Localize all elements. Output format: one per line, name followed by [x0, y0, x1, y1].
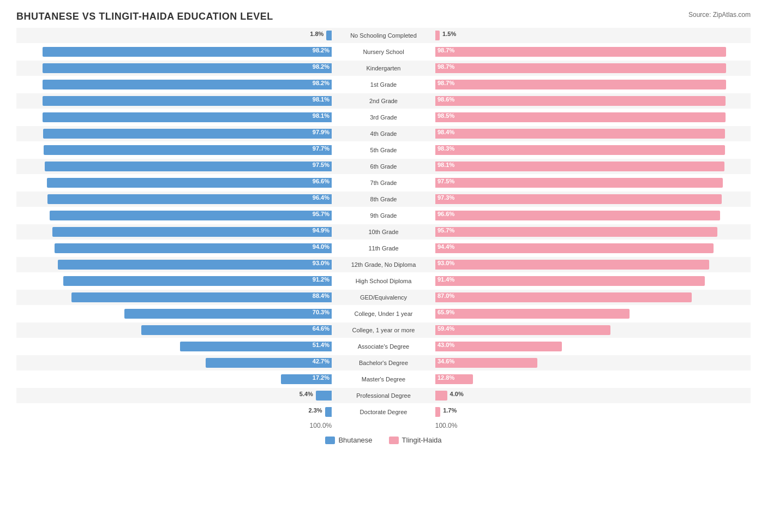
bar-value-right: 43.0% [438, 342, 454, 348]
bar-label: 3rd Grade [332, 114, 435, 121]
legend-item-blue: Bhutanese [325, 436, 372, 444]
bar-value-left: 98.2% [313, 63, 329, 70]
right-bar-section: 98.7% [435, 77, 751, 92]
right-bar-section: 98.4% [435, 126, 751, 141]
bar-value-right: 12.8% [438, 374, 454, 381]
table-row: 98.1%2nd Grade98.6% [16, 93, 751, 109]
right-bar-section: 65.9% [435, 306, 751, 321]
bar-value-left: 1.8% [310, 31, 323, 37]
bar-value-left: 98.1% [313, 112, 329, 119]
bar-value-left: 94.0% [313, 243, 329, 250]
bar-label: 7th Grade [332, 180, 435, 186]
axis-left: 100.0% [16, 422, 332, 429]
legend-box-pink [389, 437, 399, 444]
left-bar-section: 98.2% [16, 77, 332, 92]
table-row: 97.5%6th Grade98.1% [16, 159, 751, 174]
bar-value-left: 96.4% [313, 194, 329, 201]
bar-label: 5th Grade [332, 147, 435, 153]
left-bar-section: 95.7% [16, 208, 332, 223]
bar-value-left: 42.7% [313, 358, 329, 364]
right-bar-section: 91.4% [435, 273, 751, 289]
table-row: 96.6%7th Grade97.5% [16, 175, 751, 190]
left-bar-section: 2.3% [16, 404, 332, 420]
bar-value-right: 34.6% [438, 358, 454, 364]
table-row: 88.4%GED/Equivalency87.0% [16, 290, 751, 305]
right-bar-section: 93.0% [435, 257, 751, 272]
bar-value-left: 64.6% [313, 325, 329, 332]
bar-label: Doctorate Degree [332, 409, 435, 415]
bar-value-left: 97.5% [313, 162, 329, 168]
left-bar-section: 98.2% [16, 44, 332, 59]
bar-label: Associate's Degree [332, 343, 435, 350]
bar-label: 2nd Grade [332, 98, 435, 104]
bar-value-right: 98.6% [438, 96, 454, 103]
bar-value-right: 97.5% [438, 178, 454, 184]
bar-value-left: 51.4% [313, 342, 329, 348]
bar-value-right: 59.4% [438, 325, 454, 332]
table-row: 97.9%4th Grade98.4% [16, 126, 751, 141]
left-bar-section: 98.2% [16, 61, 332, 76]
axis-right: 100.0% [435, 422, 751, 429]
right-bar-section: 1.7% [435, 404, 751, 420]
left-bar-section: 98.1% [16, 110, 332, 125]
left-bar-section: 97.7% [16, 142, 332, 158]
bar-value-right: 93.0% [438, 260, 454, 266]
left-bar-section: 70.3% [16, 306, 332, 321]
bar-label: No Schooling Completed [332, 32, 435, 39]
bar-value-left: 88.4% [313, 292, 329, 299]
bar-value-right: 98.4% [438, 129, 454, 135]
right-bar-section: 4.0% [435, 388, 751, 403]
bar-label: Kindergarten [332, 65, 435, 71]
bar-value-right: 98.7% [438, 80, 454, 86]
bar-label: 6th Grade [332, 163, 435, 170]
bar-value-left: 97.9% [313, 129, 329, 135]
chart-title: BHUTANESE VS TLINGIT-HAIDA EDUCATION LEV… [16, 11, 751, 22]
left-bar-section: 93.0% [16, 257, 332, 272]
bar-value-left: 95.7% [313, 211, 329, 217]
right-bar-section: 98.7% [435, 61, 751, 76]
left-bar-section: 5.4% [16, 388, 332, 403]
table-row: 1.8%No Schooling Completed1.5% [16, 28, 751, 43]
bar-label: High School Diploma [332, 278, 435, 284]
legend-item-pink: Tlingit-Haida [389, 436, 442, 444]
bar-value-right: 98.5% [438, 112, 454, 119]
right-bar-section: 1.5% [435, 28, 751, 43]
bar-label: GED/Equivalency [332, 294, 435, 301]
bar-value-left: 2.3% [309, 407, 322, 414]
left-bar-section: 96.6% [16, 175, 332, 190]
left-bar-section: 94.9% [16, 224, 332, 240]
table-row: 96.4%8th Grade97.3% [16, 192, 751, 207]
table-row: 95.7%9th Grade96.6% [16, 208, 751, 223]
right-bar-section: 97.5% [435, 175, 751, 190]
left-bar-section: 91.2% [16, 273, 332, 289]
bar-value-left: 91.2% [313, 276, 329, 283]
bar-value-left: 93.0% [313, 260, 329, 266]
right-bar-section: 95.7% [435, 224, 751, 240]
bar-value-left: 17.2% [313, 374, 329, 381]
bar-value-right: 87.0% [438, 292, 454, 299]
bar-value-left: 97.7% [313, 145, 329, 152]
table-row: 93.0%12th Grade, No Diploma93.0% [16, 257, 751, 272]
bar-value-right: 1.5% [442, 31, 456, 37]
bar-value-right: 65.9% [438, 309, 454, 315]
bar-label: Master's Degree [332, 376, 435, 382]
table-row: 91.2%High School Diploma91.4% [16, 273, 751, 289]
bar-label: 11th Grade [332, 245, 435, 252]
right-bar-section: 87.0% [435, 290, 751, 305]
bar-label: Bachelor's Degree [332, 360, 435, 366]
bar-value-right: 98.1% [438, 162, 454, 168]
bar-label: Professional Degree [332, 392, 435, 399]
bar-label: 12th Grade, No Diploma [332, 261, 435, 268]
bar-label: 10th Grade [332, 229, 435, 235]
left-bar-section: 51.4% [16, 339, 332, 354]
bar-label: Nursery School [332, 49, 435, 55]
bar-label: College, Under 1 year [332, 310, 435, 317]
left-bar-section: 96.4% [16, 192, 332, 207]
right-bar-section: 12.8% [435, 372, 751, 387]
legend-label-blue: Bhutanese [338, 436, 372, 444]
right-bar-section: 43.0% [435, 339, 751, 354]
bar-value-left: 96.6% [313, 178, 329, 184]
table-row: 98.2%Nursery School98.7% [16, 44, 751, 59]
bar-label: 8th Grade [332, 196, 435, 202]
right-bar-section: 98.1% [435, 159, 751, 174]
